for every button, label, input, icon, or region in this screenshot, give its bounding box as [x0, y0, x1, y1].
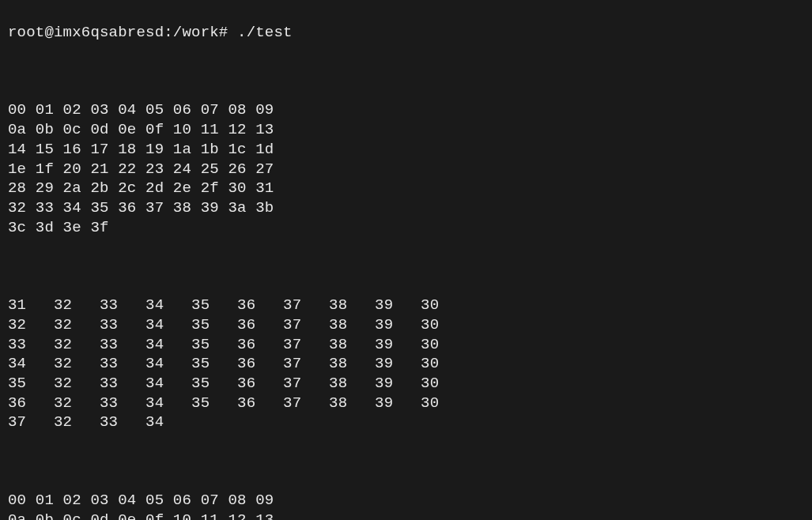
blank-line	[8, 62, 804, 81]
hex-row: 32 33 34 35 36 37 38 39 3a 3b	[8, 198, 804, 218]
hex-row: 0a 0b 0c 0d 0e 0f 10 11 12 13	[8, 120, 804, 140]
hex-row: 37 32 33 34	[8, 413, 804, 432]
blank-line	[8, 257, 804, 277]
hex-row: 0a 0b 0c 0d 0e 0f 10 11 12 13	[8, 511, 804, 520]
hex-dump-block-3: 00 01 02 03 04 05 06 07 08 090a 0b 0c 0d…	[8, 491, 804, 520]
hex-row: 1e 1f 20 21 22 23 24 25 26 27	[8, 160, 804, 179]
hex-row: 34 32 33 34 35 36 37 38 39 30	[8, 354, 804, 374]
command-prompt-line: root@imx6qsabresd:/work# ./test	[8, 23, 804, 43]
hex-row: 28 29 2a 2b 2c 2d 2e 2f 30 31	[8, 179, 804, 198]
hex-dump-block-2: 31 32 33 34 35 36 37 38 39 3032 32 33 34…	[8, 296, 804, 432]
hex-row: 36 32 33 34 35 36 37 38 39 30	[8, 394, 804, 413]
terminal-window[interactable]: root@imx6qsabresd:/work# ./test 00 01 02…	[0, 0, 812, 520]
hex-row: 32 32 33 34 35 36 37 38 39 30	[8, 315, 804, 335]
hex-row: 3c 3d 3e 3f	[8, 218, 804, 238]
blank-line	[8, 452, 804, 472]
hex-row: 35 32 33 34 35 36 37 38 39 30	[8, 374, 804, 394]
hex-dump-block-1: 00 01 02 03 04 05 06 07 08 090a 0b 0c 0d…	[8, 100, 804, 237]
hex-row: 00 01 02 03 04 05 06 07 08 09	[8, 491, 804, 511]
hex-row: 14 15 16 17 18 19 1a 1b 1c 1d	[8, 140, 804, 160]
hex-row: 31 32 33 34 35 36 37 38 39 30	[8, 296, 804, 315]
hex-row: 00 01 02 03 04 05 06 07 08 09	[8, 100, 804, 120]
hex-row: 33 32 33 34 35 36 37 38 39 30	[8, 335, 804, 355]
